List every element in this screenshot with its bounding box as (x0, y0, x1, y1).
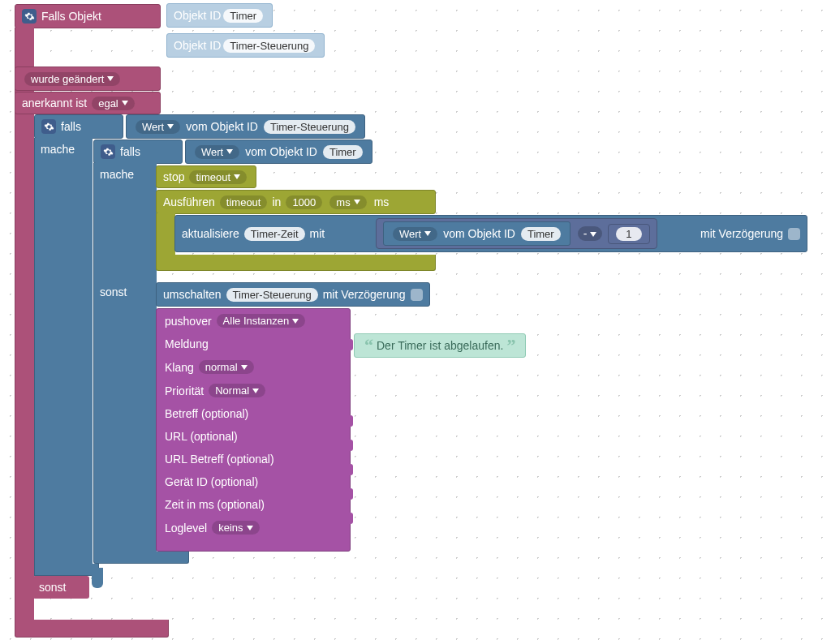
outer-if-header[interactable]: falls (34, 114, 123, 139)
delay-checkbox[interactable] (411, 289, 423, 301)
exec-label: Ausführen (163, 195, 215, 208)
exec-duration[interactable]: 1000 (286, 195, 322, 209)
outer-if-condition[interactable]: Wert vom Objekt ID Timer-Steuerung (126, 114, 365, 139)
pushover-row-subject: Betreff (optional) (157, 402, 350, 425)
falls-objekt-label: Falls Objekt (41, 10, 101, 23)
from-obj-label: vom Objekt ID (245, 145, 317, 158)
slot-notch (347, 440, 353, 451)
stop-value-dropdown[interactable]: timeout (189, 170, 247, 184)
msg-label: Meldung (165, 337, 209, 350)
pushover-block[interactable]: pushover Alle Instanzen Meldung Klang no… (156, 308, 351, 552)
gear-icon[interactable] (22, 9, 37, 24)
inner-if-header[interactable]: falls (93, 140, 183, 164)
loglevel-dropdown[interactable]: keins (212, 521, 259, 535)
exec-unit-dropdown[interactable]: ms (329, 195, 366, 209)
objekt-id-label-1: Objekt ID (174, 9, 221, 22)
event-block-rail (15, 28, 34, 620)
objekt-id-label-2: Objekt ID (174, 39, 221, 52)
toggle-target[interactable]: Timer-Steuerung (226, 288, 318, 302)
ack-dropdown[interactable]: egal (92, 97, 135, 110)
exec-block-body (156, 213, 175, 255)
slot-notch (347, 513, 353, 524)
wert-dropdown[interactable]: Wert (195, 145, 239, 159)
toggle-verb: umschalten (163, 288, 222, 301)
outer-if-mache-label: mache (41, 143, 75, 156)
update-verb: aktualisiere (182, 227, 239, 240)
slot-notch (347, 488, 353, 500)
pushover-row-time: Zeit in ms (optional) (157, 493, 350, 516)
pushover-row-instance: pushover Alle Instanzen (157, 309, 350, 333)
pushover-row-loglevel: Loglevel keins (157, 516, 350, 539)
objekt-id-value-1[interactable]: Timer (223, 9, 263, 23)
gear-icon[interactable] (41, 119, 56, 134)
outer-cond-obj[interactable]: Timer-Steuerung (264, 120, 355, 134)
exec-in: in (272, 195, 281, 208)
pushover-row-url: URL (optional) (157, 425, 350, 448)
message-text[interactable]: Der Timer ist abgelaufen. (377, 339, 503, 352)
from-obj-label: vom Objekt ID (186, 120, 258, 133)
pushover-row-sound: Klang normal (157, 355, 350, 379)
value-of-object-block[interactable]: Wert vom Objekt ID Timer (383, 221, 571, 246)
update-delay-label: mit Verzögerung (700, 227, 783, 240)
pushover-row-message: Meldung (157, 333, 350, 355)
wert-dropdown[interactable]: Wert (136, 120, 180, 134)
pushover-label: pushover (165, 315, 212, 328)
objekt-id-row-2[interactable]: Objekt ID Timer-Steuerung (166, 33, 325, 58)
outer-if-footer (34, 564, 99, 576)
pushover-instance-dropdown[interactable]: Alle Instanzen (217, 314, 306, 328)
event-ack-row: anerkannt ist egal (15, 92, 161, 114)
stop-block[interactable]: stop timeout (156, 165, 256, 188)
number-block[interactable]: 1 (608, 224, 649, 244)
toggle-delay-label: mit Verzögerung (323, 288, 406, 301)
arithmetic-block[interactable]: Wert vom Objekt ID Timer - 1 (376, 218, 657, 249)
slot-notch (347, 339, 353, 350)
ack-label: anerkannt ist (22, 97, 87, 109)
update-with: mit (310, 227, 325, 240)
inner-if-rail (93, 163, 157, 560)
event-sonst-label: sonst (32, 576, 89, 599)
op-dropdown[interactable]: - (578, 226, 603, 241)
exec-block-header[interactable]: Ausführen timeout in 1000 ms ms (156, 190, 436, 214)
sound-dropdown[interactable]: normal (199, 360, 254, 374)
objekt-id-value-2[interactable]: Timer-Steuerung (223, 39, 315, 53)
inner-if-label: falls (120, 145, 140, 158)
update-src-obj[interactable]: Timer (521, 227, 561, 241)
update-target[interactable]: Timer-Zeit (244, 227, 305, 241)
sound-label: Klang (165, 361, 194, 374)
inner-if-condition[interactable]: Wert vom Objekt ID Timer (185, 140, 372, 164)
open-quote-icon: “ (361, 335, 377, 356)
from-obj-label: vom Objekt ID (443, 227, 515, 240)
wert-dropdown[interactable]: Wert (393, 227, 437, 241)
slot-notch (347, 464, 353, 475)
outer-if-label: falls (61, 120, 81, 133)
pushover-row-device: Gerät ID (optional) (157, 470, 350, 493)
exec-name[interactable]: timeout (220, 195, 268, 209)
toggle-block[interactable]: umschalten Timer-Steuerung mit Verzögeru… (156, 282, 430, 307)
priority-dropdown[interactable]: Normal (209, 384, 265, 397)
slot-notch (347, 415, 353, 427)
stop-label: stop (163, 170, 184, 183)
loglevel-label: Loglevel (165, 522, 207, 535)
priority-label: Priorität (165, 384, 204, 397)
delay-checkbox[interactable] (788, 228, 800, 240)
event-block-header[interactable]: Falls Objekt (15, 4, 161, 28)
number-value[interactable]: 1 (616, 227, 641, 241)
changed-dropdown[interactable]: wurde geändert (24, 72, 120, 86)
event-changed-row: wurde geändert (15, 67, 161, 91)
gear-icon[interactable] (101, 144, 115, 159)
event-block-footer (15, 620, 169, 638)
inner-if-mache-label: mache (100, 168, 134, 181)
exec-block-footer (156, 255, 436, 271)
pushover-row-url-subject: URL Betreff (optional) (157, 448, 350, 470)
inner-if-sonst-label: sonst (100, 286, 127, 298)
outer-if-rail (34, 138, 93, 568)
inner-if-footer (93, 552, 189, 564)
close-quote-icon: ” (503, 335, 519, 356)
outer-if-sonst-region (92, 568, 103, 588)
inner-cond-obj[interactable]: Timer (323, 145, 363, 159)
objekt-id-row-1[interactable]: Objekt ID Timer (166, 3, 273, 28)
pushover-row-priority: Priorität Normal (157, 379, 350, 402)
exec-unit2: ms (374, 195, 390, 208)
string-block[interactable]: “ Der Timer ist abgelaufen. ” (354, 333, 526, 358)
